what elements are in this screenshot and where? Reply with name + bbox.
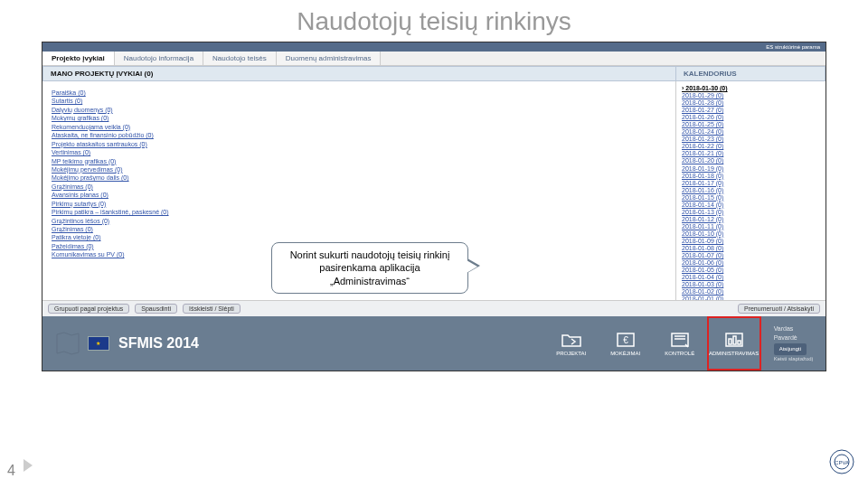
tab-label: Projekto įvykiai xyxy=(52,54,105,62)
event-link[interactable]: Grąžinimas (0) xyxy=(52,183,666,191)
change-password-link[interactable]: Keisti slaptažodį xyxy=(774,355,813,362)
calendar-link[interactable]: 2018-01-18 (0) xyxy=(682,173,820,180)
calendar-link[interactable]: 2018-01-26 (0) xyxy=(682,114,820,121)
calendar-link[interactable]: 2018-01-16 (0) xyxy=(682,187,820,194)
svg-rect-4 xyxy=(729,339,731,344)
event-link[interactable]: Vertinimas (0) xyxy=(52,148,666,156)
event-link[interactable]: Avansinis planas (0) xyxy=(52,191,666,199)
cpva-logo: CPVA xyxy=(828,448,855,479)
admin-icon xyxy=(723,332,745,348)
calendar-link[interactable]: 2018-01-25 (0) xyxy=(682,121,820,128)
expand-button[interactable]: Išskleisti / Slėpti xyxy=(183,304,241,314)
svg-text:CPVA: CPVA xyxy=(835,460,849,465)
calendar-panel: › 2018-01-30 (0)2018-01-29 (0)2018-01-28… xyxy=(675,81,826,300)
eu-flag-icon xyxy=(88,336,109,351)
calendar-link[interactable]: 2018-01-11 (0) xyxy=(682,223,820,230)
calendar-link[interactable]: 2018-01-08 (0) xyxy=(682,245,820,252)
nav-label: ADMINISTRAVIMAS xyxy=(709,351,759,356)
calendar-link[interactable]: 2018-01-15 (0) xyxy=(682,194,820,202)
event-link[interactable]: Patikra vietoje (0) xyxy=(52,233,666,241)
event-link[interactable]: Pirkimų patikra – išankstinė, paskesnė (… xyxy=(52,208,666,216)
print-button[interactable]: Spausdinti xyxy=(135,304,177,314)
bottom-nav: SFMIS 2014 PROJEKTAI € MOKĖJIMAI KONTROL… xyxy=(42,316,826,371)
nav-kontrole[interactable]: KONTROLĖ xyxy=(653,316,707,371)
event-link[interactable]: Sutartis (0) xyxy=(52,97,666,105)
tab-label: Naudotojo teisės xyxy=(212,54,267,62)
subheader-calendar: KALENDORIUS xyxy=(675,66,826,81)
tab-duomenu-admin[interactable]: Duomenų administravimas xyxy=(277,52,382,65)
calendar-link[interactable]: 2018-01-04 (0) xyxy=(682,274,820,281)
subscribe-button[interactable]: Prenumeruoti / Atsisakyti xyxy=(738,304,820,314)
calendar-link[interactable]: 2018-01-23 (0) xyxy=(682,136,820,143)
calendar-link[interactable]: 2018-01-10 (0) xyxy=(682,230,820,238)
nav-label: PROJEKTAI xyxy=(556,351,586,356)
nav-projektai[interactable]: PROJEKTAI xyxy=(544,316,599,371)
calendar-link[interactable]: 2018-01-14 (0) xyxy=(682,202,820,209)
event-link[interactable]: Projekto ataskaitos santraukos (0) xyxy=(52,140,666,148)
page-number: 4 xyxy=(7,463,15,479)
callout: Norint sukurti naudotojų teisių rinkinį … xyxy=(271,242,468,294)
event-link[interactable]: Dalyvių duomenys (0) xyxy=(52,106,666,114)
calendar-link[interactable]: 2018-01-01 (0) xyxy=(682,296,820,300)
slide-marker-icon xyxy=(24,459,33,472)
logo-area: SFMIS 2014 xyxy=(42,329,210,358)
tab-projekto-ivykiai[interactable]: Projekto įvykiai xyxy=(42,52,115,65)
calendar-link[interactable]: 2018-01-19 (0) xyxy=(682,165,820,173)
calendar-link[interactable]: 2018-01-03 (0) xyxy=(682,281,820,288)
svg-rect-6 xyxy=(738,341,741,344)
tab-label: Duomenų administravimas xyxy=(286,54,372,62)
event-link[interactable]: Grąžintinos lėšos (0) xyxy=(52,217,666,225)
user-block: Vardas Pavardė Atsijungti Keisti slaptaž… xyxy=(761,324,826,362)
brand-name: SFMIS 2014 xyxy=(118,335,199,352)
event-list: Paraiška (0)Sutartis (0)Dalyvių duomenys… xyxy=(52,89,666,259)
sub-header: MANO PROJEKTŲ ĮVYKIAI (0) KALENDORIUS xyxy=(42,66,826,81)
svg-text:€: € xyxy=(623,335,628,345)
control-icon xyxy=(669,332,691,348)
calendar-link[interactable]: 2018-01-13 (0) xyxy=(682,209,820,216)
svg-rect-5 xyxy=(733,336,736,344)
tab-naudotojo-info[interactable]: Naudotojo informacija xyxy=(115,52,203,65)
user-surname: Pavardė xyxy=(774,334,797,341)
event-link[interactable]: Mokėjimų pervedimas (0) xyxy=(52,165,666,174)
tab-label: Naudotojo informacija xyxy=(124,54,193,62)
event-link[interactable]: Mokėjimo prašymo dalis (0) xyxy=(52,174,666,182)
calendar-link[interactable]: 2018-01-28 (0) xyxy=(682,99,820,107)
event-link[interactable]: Grąžinimas (0) xyxy=(52,225,666,233)
calendar-link[interactable]: 2018-01-27 (0) xyxy=(682,107,820,114)
calendar-link[interactable]: 2018-01-22 (0) xyxy=(682,143,820,150)
page-title: Naudotojų teisių rinkinys xyxy=(0,0,868,42)
folder-icon xyxy=(561,332,582,348)
event-link[interactable]: Pirkimų sutartys (0) xyxy=(52,200,666,208)
calendar-link[interactable]: 2018-01-09 (0) xyxy=(682,238,820,245)
calendar-link[interactable]: › 2018-01-30 (0) xyxy=(682,85,820,92)
calendar-link[interactable]: 2018-01-06 (0) xyxy=(682,259,820,267)
event-link[interactable]: Mokymų grafikas (0) xyxy=(52,114,666,122)
calendar-link[interactable]: 2018-01-05 (0) xyxy=(682,267,820,274)
logout-button[interactable]: Atsijungti xyxy=(774,343,807,354)
nav-label: KONTROLĖ xyxy=(665,351,694,356)
subheader-events: MANO PROJEKTŲ ĮVYKIAI (0) xyxy=(42,66,675,81)
nav-administravimas[interactable]: ADMINISTRAVIMAS xyxy=(707,316,761,371)
event-link[interactable]: Paraiška (0) xyxy=(52,89,666,97)
top-bar: ES struktūrinė parama xyxy=(42,42,826,52)
toolbar: Grupuoti pagal projektus Spausdinti Išsk… xyxy=(42,300,826,316)
nav-label: MOKĖJIMAI xyxy=(610,351,640,356)
calendar-link[interactable]: 2018-01-29 (0) xyxy=(682,92,820,99)
event-link[interactable]: Rekomenduojama veikla (0) xyxy=(52,123,666,131)
calendar-link[interactable]: 2018-01-02 (0) xyxy=(682,288,820,296)
tab-naudotojo-teises[interactable]: Naudotojo teisės xyxy=(203,52,277,65)
calendar-link[interactable]: 2018-01-12 (0) xyxy=(682,216,820,223)
event-link[interactable]: MP teikimo grafikas (0) xyxy=(52,157,666,165)
group-button[interactable]: Grupuoti pagal projektus xyxy=(48,304,129,314)
euro-icon: € xyxy=(615,332,637,348)
calendar-link[interactable]: 2018-01-20 (0) xyxy=(682,157,820,164)
calendar-link[interactable]: 2018-01-21 (0) xyxy=(682,150,820,157)
nav-mokejimai[interactable]: € MOKĖJIMAI xyxy=(599,316,653,371)
calendar-link[interactable]: 2018-01-17 (0) xyxy=(682,180,820,187)
topbar-text: ES struktūrinė parama xyxy=(766,44,820,50)
calendar-link[interactable]: 2018-01-07 (0) xyxy=(682,252,820,259)
calendar-link[interactable]: 2018-01-24 (0) xyxy=(682,128,820,136)
main-tabs: Projekto įvykiai Naudotojo informacija N… xyxy=(42,52,826,66)
event-link[interactable]: Ataskaita, ne finansinio pobūdžio (0) xyxy=(52,131,666,139)
callout-text: Norint sukurti naudotojų teisių rinkinį … xyxy=(290,249,450,286)
